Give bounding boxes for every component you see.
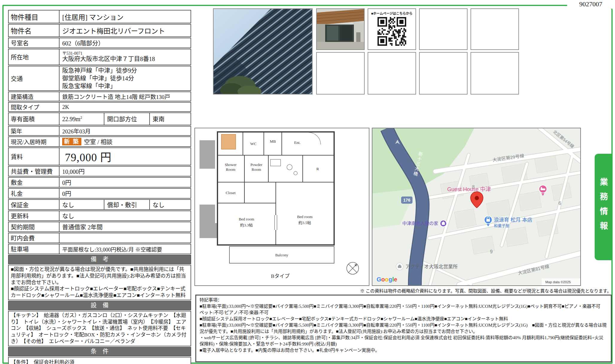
row-value: 2K xyxy=(59,103,191,111)
row-rent: 賃料 79,000 円 xyxy=(8,147,191,165)
row-label: 建築構造 xyxy=(9,92,59,101)
entrance-photo-art xyxy=(317,9,364,49)
business-info-tab-label: 業務情報 xyxy=(598,178,609,236)
label-bedroom-1: Bed room xyxy=(239,217,254,221)
row-contract-period: 契約期間 普通借家 2年間 xyxy=(8,222,191,232)
special-notes-title: 特記事項： xyxy=(200,297,608,303)
row-label: 物件名 xyxy=(9,25,59,36)
row-parking: 駐車場 平面屋根なし:33,000円税込/月 ※空確認要 xyxy=(8,244,191,254)
rent-value: 79,000 円 xyxy=(59,148,191,165)
block-number-9: 9 xyxy=(490,249,493,254)
building-photo xyxy=(213,8,313,95)
aktio-poi: アクティオ大阪北営業所 xyxy=(396,263,458,270)
block-number-6: 6 xyxy=(558,201,561,206)
row-label: 契約期間 xyxy=(9,222,59,232)
row-label: 間取タイプ xyxy=(9,103,59,111)
address-text: 大阪府大阪市北区中津７丁目8番18 xyxy=(62,56,155,63)
row-value: 22.99m2 xyxy=(59,113,104,125)
section-header-conditions: 条 件 xyxy=(8,347,191,356)
row-floor-area: 専有面積 22.99m2 開口部方位 東南 xyxy=(8,112,191,125)
row-access: 交通 阪急神戸線「中津」徒歩9分 御堂筋線「中津」徒歩14分 阪急宝塚線「中津」 xyxy=(8,66,191,91)
photo-placeholder xyxy=(316,52,365,95)
row-label: 賃料 xyxy=(9,152,59,161)
map-attribution: Map data ©2025 xyxy=(542,278,580,285)
label-shower-room: Shower xyxy=(225,162,237,167)
special-notes-line: ・webサービス広告掲載 [許可]・チラシ、雑誌等掲載広告 [許可]・募集戸数:… xyxy=(200,335,608,347)
row-value: 普通借家 2年間 xyxy=(59,222,191,232)
svg-text:約3.5帖: 約3.5帖 xyxy=(299,220,311,225)
label-bedroom-2: Bed room xyxy=(297,214,313,219)
label-fridge: R xyxy=(316,167,319,171)
row-value: なし xyxy=(59,211,191,220)
special-notes-line: ■駐車場(平面):33,000円～※空確認要■バイク置場:5,500円■ミニバイ… xyxy=(200,322,608,335)
row-value: 平面屋根なし:33,000円税込/月 ※空確認要 xyxy=(59,244,191,254)
row-value: 〒531-0071 大阪府大阪市北区中津７丁目8番18 xyxy=(59,49,191,65)
row-layout-type: 間取タイプ 2K xyxy=(8,102,191,112)
qr-code xyxy=(377,17,406,46)
row-property-name: 物件名 ジオエント梅田北リバーフロント xyxy=(8,24,191,37)
sub-value: 東南 xyxy=(149,113,191,125)
special-notes-box: 特記事項： ■駐車場(平面):33,000円～※空確認要■バイク置場:5,500… xyxy=(195,295,612,362)
section-header-remarks: 備 考 xyxy=(8,255,191,264)
row-built-year: 築年 2026年03月 xyxy=(8,126,191,136)
row-value: なし xyxy=(59,200,104,209)
row-value: 0円 xyxy=(59,178,191,187)
svg-text:176: 176 xyxy=(403,198,410,202)
postal-code: 〒531-0071 xyxy=(62,51,155,56)
special-notes-line: ペット:不可/ピアノ:不可/楽器:不可 xyxy=(200,310,608,316)
stair-block xyxy=(200,140,215,169)
label-plan-type: Bタイプ xyxy=(271,273,290,279)
row-label: 号室名 xyxy=(9,38,59,48)
row-value: 新 築 空室 / 相談 xyxy=(59,137,191,146)
wagashi-name: 浪速育 松月 本店 xyxy=(494,217,532,223)
access-line: 御堂筋線「中津」徒歩14分 xyxy=(62,74,137,82)
photo-placeholder xyxy=(419,8,468,50)
row-address: 所在地 〒531-0071 大阪府大阪市北区中津７丁目8番18 xyxy=(8,49,191,65)
row-key-money: 礼金 0円 xyxy=(8,188,191,199)
business-info-tab[interactable]: 業務情報 xyxy=(595,154,612,260)
photo-placeholder xyxy=(471,52,519,95)
qr-caption: ■ホームページはこちらから xyxy=(368,11,415,16)
status-text: 空室 / 相談 xyxy=(84,137,113,146)
photo-placeholder xyxy=(471,8,519,50)
row-label: 専有面積 xyxy=(9,114,59,124)
building-photo-art xyxy=(214,9,312,94)
row-label: 更新料 xyxy=(9,211,59,220)
svg-text:約3.3帖: 約3.3帖 xyxy=(240,223,253,227)
compass-icon xyxy=(347,262,359,274)
section-header-equipment: 設 備 xyxy=(8,301,191,310)
row-property-type: 物件種目 [住居用] マンション xyxy=(8,10,191,23)
row-town-fee: 町内会費 xyxy=(8,233,191,243)
disclaimer-note: ※ この資料は物件の概略紹介資料になります。写真、間取図面、設備、概要などが現況… xyxy=(329,287,611,294)
label-entrance: Ent. xyxy=(294,140,300,145)
route-176-shield: 176 xyxy=(401,197,412,204)
row-value: 2026年03月 xyxy=(59,127,191,135)
sub-label: 償却・敷引 xyxy=(104,200,149,209)
row-renewal-fee: 更新料 なし xyxy=(8,211,191,221)
row-value xyxy=(59,233,191,243)
sub-value: なし xyxy=(149,200,191,209)
row-label: 保証金 xyxy=(9,200,59,209)
map: 176 新十三大橋 大淀区第29号線 北区第54号線 大淀区第81号線 8 6 … xyxy=(372,128,581,286)
elder-home-label: 中津南老人憩の家 xyxy=(402,221,438,226)
row-value: 鉄筋コンクリート造 地上14階 総戸数130戸 xyxy=(59,92,191,101)
label-mb: MB xyxy=(270,139,276,144)
row-structure: 建築構造 鉄筋コンクリート造 地上14階 総戸数130戸 xyxy=(8,92,191,101)
floor-plan-drawing: WC MB Ent. Shower Room Powder Room Close… xyxy=(195,128,369,285)
svg-text:Room: Room xyxy=(226,167,235,172)
access-line: 阪急宝塚線「中津」 xyxy=(62,82,137,90)
aktio-label: アクティオ大阪北営業所 xyxy=(405,264,458,269)
row-label: 敷金 xyxy=(9,178,59,187)
row-value: ジオエント梅田北リバーフロント xyxy=(59,25,191,36)
svg-text:Room: Room xyxy=(252,167,261,172)
row-label: 共益費・管理費 xyxy=(9,167,59,176)
row-label: 築年 xyxy=(9,127,59,135)
row-value: [住居用] マンション xyxy=(59,10,191,23)
floor-plan: WC MB Ent. Shower Room Powder Room Close… xyxy=(194,128,369,286)
row-room-number: 号室名 602（6階部分） xyxy=(8,38,191,48)
row-guarantee-deposit: 保証金 なし 償却・敷引 なし xyxy=(8,199,191,210)
label-balcony: Balcony xyxy=(275,253,288,257)
row-deposit: 敷金 0円 xyxy=(8,177,191,188)
sub-label: 開口部方位 xyxy=(104,113,149,125)
entrance-photo xyxy=(316,8,365,50)
